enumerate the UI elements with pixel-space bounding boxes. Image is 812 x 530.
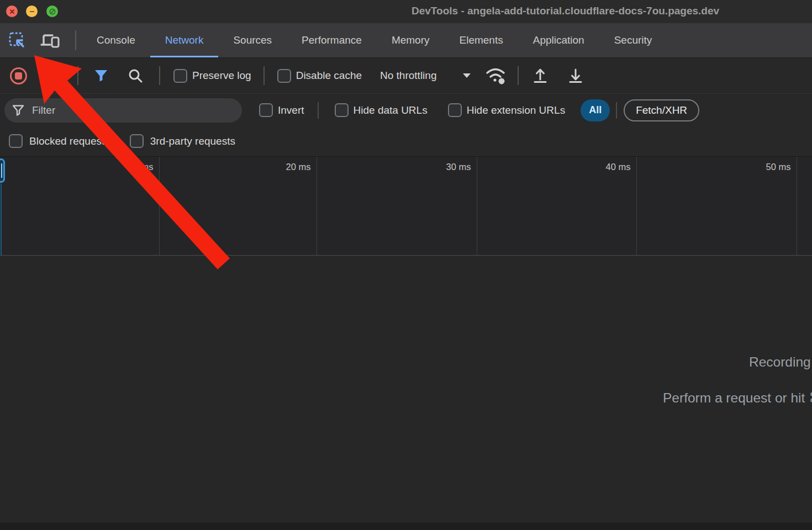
disable-cache-checkbox[interactable] (277, 69, 291, 83)
network-overview-timeline[interactable]: 10 ms 20 ms 30 ms 40 ms 50 ms (0, 156, 812, 256)
filter-divider (616, 102, 617, 119)
request-type-chip-all[interactable]: All (581, 99, 610, 121)
blocked-requests-label[interactable]: Blocked requests (29, 135, 110, 147)
search-icon (128, 68, 143, 83)
upload-arrow-icon (532, 67, 549, 84)
minimize-icon (29, 8, 35, 14)
funnel-filter-icon (94, 69, 108, 82)
inspect-cursor-icon (8, 31, 27, 50)
overview-window-handle[interactable] (0, 158, 5, 183)
import-har-button[interactable] (528, 67, 553, 84)
hide-extension-urls-label[interactable]: Hide extension URLs (467, 104, 565, 116)
throttling-select[interactable]: No throttling (380, 70, 471, 82)
close-icon (9, 8, 15, 14)
toolbar-divider (518, 66, 519, 85)
throttling-value: No throttling (380, 70, 436, 82)
invert-checkbox[interactable] (259, 103, 273, 117)
overview-handle-guideline (1, 183, 2, 255)
wifi-gear-icon (484, 66, 508, 85)
timeline-tick: 20 ms (160, 157, 317, 255)
stop-icon (15, 72, 22, 80)
tab-console[interactable]: Console (82, 23, 150, 57)
hide-data-urls-checkbox[interactable] (335, 103, 349, 117)
filter-input-container[interactable] (4, 98, 242, 123)
tab-performance[interactable]: Performance (287, 23, 377, 57)
filter-toggle-button[interactable] (88, 69, 114, 82)
devtools-tabbar: Console Network Sources Performance Memo… (0, 23, 812, 58)
third-party-requests-label[interactable]: 3rd-party requests (150, 135, 235, 147)
filter-divider (318, 102, 319, 119)
window-titlebar: DevTools - angela-add-tutorial.cloudflar… (0, 0, 812, 23)
request-type-chip-fetch-xhr[interactable]: Fetch/XHR (624, 99, 699, 121)
invert-label[interactable]: Invert (278, 104, 304, 116)
hide-extension-urls-checkbox[interactable] (448, 103, 462, 117)
search-button[interactable] (123, 68, 148, 83)
network-toolbar: Preserve log Disable cache No throttling (0, 58, 812, 94)
timeline-tick: 10 ms (0, 157, 160, 255)
tab-network[interactable]: Network (150, 23, 219, 57)
traffic-light-zoom-button[interactable] (46, 6, 58, 17)
network-filter-row-2: Blocked requests 3rd-party requests (0, 126, 812, 156)
toolbar-divider (263, 66, 265, 85)
funnel-outline-icon (12, 104, 24, 116)
download-arrow-icon (567, 67, 584, 84)
toggle-device-toolbar-button[interactable] (38, 23, 63, 57)
device-toolbar-icon (40, 31, 60, 49)
traffic-light-minimize-button[interactable] (26, 6, 38, 17)
empty-state-recording-text: Recording network activity… (749, 354, 812, 370)
chevron-down-icon (462, 73, 471, 78)
tab-security[interactable]: Security (599, 23, 667, 57)
toolbar-divider (77, 66, 78, 85)
tab-elements[interactable]: Elements (445, 23, 518, 57)
window-title: DevTools - angela-add-tutorial.cloudflar… (412, 5, 719, 17)
record-stop-button[interactable] (10, 67, 27, 84)
tab-application[interactable]: Application (518, 23, 599, 57)
toolbar-divider (159, 66, 160, 85)
third-party-requests-checkbox[interactable] (130, 134, 144, 148)
blocked-requests-checkbox[interactable] (9, 134, 23, 148)
traffic-light-close-button[interactable] (6, 6, 18, 17)
timeline-tick: 50 ms (637, 157, 797, 255)
disable-cache-label[interactable]: Disable cache (296, 70, 362, 82)
network-filter-row: Invert Hide data URLs Hide extension URL… (0, 94, 812, 126)
zoom-slash-icon (49, 8, 56, 15)
tabbar-divider (75, 30, 76, 50)
clear-network-log-button[interactable] (46, 68, 61, 83)
timeline-tick: 40 ms (477, 157, 637, 255)
hide-data-urls-label[interactable]: Hide data URLs (354, 104, 428, 116)
window-bottom-edge (0, 523, 812, 530)
tab-memory[interactable]: Memory (377, 23, 445, 57)
network-conditions-button[interactable] (483, 66, 509, 85)
export-har-button[interactable] (563, 67, 588, 84)
preserve-log-label[interactable]: Preserve log (192, 70, 251, 82)
tab-sources[interactable]: Sources (218, 23, 287, 57)
timeline-tick: 30 ms (317, 157, 477, 255)
preserve-log-checkbox[interactable] (173, 69, 187, 83)
empty-state-hint-text: Perform a request or hit ⌘ R to record t… (663, 390, 812, 406)
inspect-element-button[interactable] (4, 23, 30, 57)
filter-input[interactable] (32, 104, 220, 116)
